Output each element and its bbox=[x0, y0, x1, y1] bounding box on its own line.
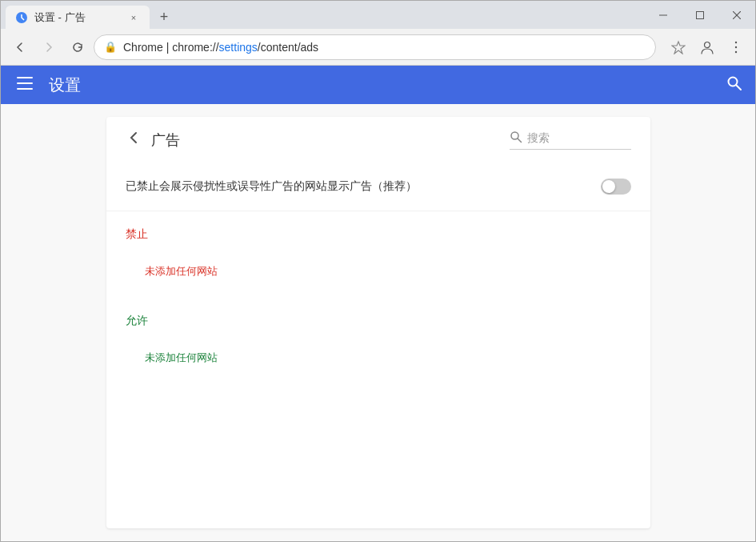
svg-point-6 bbox=[735, 41, 737, 42]
svg-point-8 bbox=[735, 50, 737, 52]
svg-rect-2 bbox=[697, 11, 704, 18]
tab-favicon-icon bbox=[15, 11, 28, 24]
address-bar[interactable]: 🔒 Chrome | chrome://settings/content/ads bbox=[94, 34, 656, 60]
search-box bbox=[510, 130, 631, 150]
refresh-button[interactable] bbox=[65, 34, 90, 60]
menu-button[interactable] bbox=[723, 34, 749, 60]
toolbar-right bbox=[666, 34, 749, 60]
ads-toggle-row: 已禁止会展示侵扰性或误导性广告的网站显示广告（推荐） bbox=[106, 163, 650, 211]
settings-title: 设置 bbox=[49, 74, 714, 96]
svg-line-15 bbox=[518, 139, 522, 143]
toggle-knob bbox=[602, 180, 615, 193]
svg-line-13 bbox=[737, 85, 742, 90]
menu-icon[interactable] bbox=[14, 74, 36, 97]
back-button[interactable] bbox=[7, 34, 33, 60]
svg-rect-9 bbox=[17, 77, 33, 78]
url-prefix: Chrome | chrome:// bbox=[123, 41, 219, 54]
block-section: 禁止 bbox=[106, 211, 650, 258]
allow-empty-message: 未添加任何网站 bbox=[106, 344, 650, 381]
active-tab[interactable]: 设置 - 广告 × bbox=[6, 6, 150, 29]
close-window-button[interactable] bbox=[718, 3, 755, 26]
tab-close-button[interactable]: × bbox=[127, 11, 140, 24]
search-input[interactable] bbox=[527, 131, 631, 144]
content-panel: 广告 已禁止会展示侵扰性或误导性广告的网站显示广告（推荐） 禁止 未 bbox=[106, 117, 650, 528]
maximize-button[interactable] bbox=[682, 3, 718, 26]
settings-search-button[interactable] bbox=[726, 75, 742, 95]
block-section-title: 禁止 bbox=[126, 227, 631, 242]
svg-rect-10 bbox=[17, 82, 33, 84]
search-input-icon bbox=[510, 130, 522, 146]
svg-point-7 bbox=[735, 46, 737, 47]
svg-rect-1 bbox=[659, 14, 667, 15]
allow-section-title: 允许 bbox=[126, 314, 631, 328]
back-to-content-button[interactable] bbox=[126, 130, 142, 150]
url-text: Chrome | chrome://settings/content/ads bbox=[123, 41, 646, 54]
settings-header: 设置 bbox=[1, 66, 755, 104]
tab-title: 设置 - 广告 bbox=[34, 10, 121, 25]
ads-toggle-switch[interactable] bbox=[601, 179, 631, 195]
account-button[interactable] bbox=[694, 34, 720, 60]
page-title: 广告 bbox=[151, 130, 500, 150]
bookmark-button[interactable] bbox=[666, 34, 691, 60]
toggle-description: 已禁止会展示侵扰性或误导性广告的网站显示广告（推荐） bbox=[126, 179, 601, 195]
browser-window: 设置 - 广告 × + 🔒 Chro bbox=[0, 0, 756, 542]
url-suffix: /content/ads bbox=[258, 41, 318, 54]
forward-button[interactable] bbox=[36, 34, 62, 60]
title-bar: 设置 - 广告 × + bbox=[1, 1, 755, 29]
allow-section: 允许 bbox=[106, 295, 650, 344]
browser-toolbar: 🔒 Chrome | chrome://settings/content/ads bbox=[1, 29, 755, 66]
svg-point-5 bbox=[705, 42, 710, 47]
new-tab-button[interactable]: + bbox=[153, 6, 175, 29]
svg-rect-11 bbox=[17, 88, 33, 90]
main-content: 广告 已禁止会展示侵扰性或误导性广告的网站显示广告（推荐） 禁止 未 bbox=[1, 104, 755, 541]
block-empty-message: 未添加任何网站 bbox=[106, 258, 650, 295]
minimize-button[interactable] bbox=[645, 3, 682, 26]
url-settings-part: settings bbox=[219, 41, 258, 54]
site-info-icon[interactable]: 🔒 bbox=[104, 41, 117, 53]
page-header: 广告 bbox=[106, 117, 650, 163]
window-controls bbox=[645, 6, 755, 29]
